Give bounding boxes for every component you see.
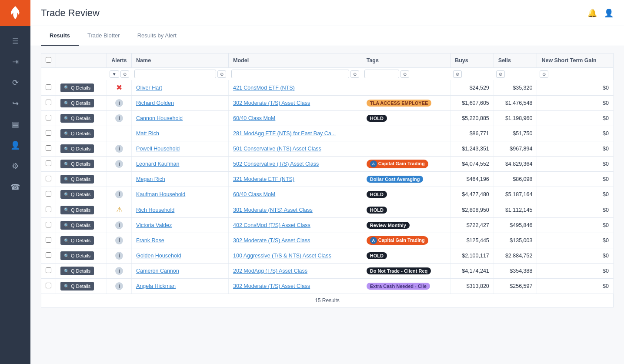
row-checkbox[interactable] bbox=[46, 176, 51, 181]
tab-results-by-alert[interactable]: Results by Alert bbox=[129, 26, 185, 46]
tags-filter-input[interactable] bbox=[364, 70, 399, 78]
tag-badge: TLA ACCESS EMPLOYEE bbox=[367, 100, 432, 107]
details-button[interactable]: 🔍 Q Details bbox=[60, 144, 94, 153]
table-row: 🔍 Q Details✖Oliver Hart421 ConsMod ETF (… bbox=[41, 80, 614, 96]
sidebar-item-settings[interactable]: ⚙ bbox=[0, 156, 30, 177]
name-link[interactable]: Cameron Cannon bbox=[136, 268, 179, 274]
tab-trade-blotter[interactable]: Trade Blotter bbox=[79, 26, 129, 46]
tags-cell: HOLD bbox=[362, 202, 450, 218]
model-link[interactable]: 60/40 Class MoM bbox=[233, 115, 275, 121]
sidebar-item-database[interactable]: ▤ bbox=[0, 114, 30, 135]
new-stg-filter-icon-btn[interactable]: ⊙ bbox=[540, 70, 548, 78]
details-button[interactable]: 🔍 Q Details bbox=[60, 206, 94, 214]
details-button[interactable]: 🔍 Q Details bbox=[60, 129, 94, 138]
new-short-term-gain-cell: $0 bbox=[537, 172, 614, 187]
model-link[interactable]: 402 ConsMod (T/S) Asset Class bbox=[233, 222, 310, 228]
name-link[interactable]: Megan Rich bbox=[136, 176, 165, 182]
model-link[interactable]: 60/40 Class MoM bbox=[233, 191, 275, 197]
row-checkbox-cell bbox=[41, 218, 56, 233]
buys-filter-icon-btn[interactable]: ⊙ bbox=[453, 70, 462, 78]
alerts-filter-button[interactable]: ▼ bbox=[110, 70, 119, 78]
name-filter-input[interactable] bbox=[134, 70, 216, 78]
details-button[interactable]: 🔍 Q Details bbox=[60, 83, 94, 92]
name-link[interactable]: Victoria Valdez bbox=[136, 222, 172, 228]
row-checkbox[interactable] bbox=[46, 100, 51, 105]
name-link[interactable]: Richard Golden bbox=[136, 100, 174, 106]
sidebar-item-support[interactable]: ☎ bbox=[0, 177, 30, 197]
sidebar-item-sync[interactable]: ⟳ bbox=[0, 72, 30, 93]
details-button[interactable]: 🔍 Q Details bbox=[60, 221, 94, 230]
details-button[interactable]: 🔍 Q Details bbox=[60, 190, 94, 199]
row-checkbox[interactable] bbox=[46, 252, 51, 258]
details-button[interactable]: 🔍 Q Details bbox=[60, 236, 94, 245]
tag-badge: Extra Cash Needed - Clie bbox=[367, 283, 430, 290]
details-button[interactable]: 🔍 Q Details bbox=[60, 282, 94, 291]
row-checkbox[interactable] bbox=[46, 267, 51, 273]
details-button[interactable]: 🔍 Q Details bbox=[60, 267, 94, 275]
name-cell: Rich Household bbox=[132, 202, 229, 218]
row-checkbox[interactable] bbox=[46, 283, 51, 288]
row-checkbox[interactable] bbox=[46, 160, 51, 166]
name-link[interactable]: Kaufman Household bbox=[136, 191, 185, 197]
name-link[interactable]: Matt Rich bbox=[136, 130, 159, 137]
name-link[interactable]: Cannon Household bbox=[136, 115, 183, 121]
sidebar-item-forward[interactable]: ↪ bbox=[0, 93, 30, 114]
row-checkbox[interactable] bbox=[46, 84, 51, 90]
info-icon: i bbox=[115, 237, 123, 244]
tab-results[interactable]: Results bbox=[41, 26, 79, 46]
table-row: 🔍 Q DetailsiCameron Cannon202 ModAgg (T/… bbox=[41, 264, 614, 279]
details-button[interactable]: 🔍 Q Details bbox=[60, 99, 94, 107]
sells-filter-icon-btn[interactable]: ⊙ bbox=[496, 70, 505, 78]
details-button[interactable]: 🔍 Q Details bbox=[60, 114, 94, 123]
select-all-checkbox[interactable] bbox=[46, 57, 51, 63]
new-short-term-gain-cell: $0 bbox=[537, 80, 614, 96]
model-link[interactable]: 321 Moderate ETF (NTS) bbox=[233, 176, 294, 182]
details-cell: 🔍 Q Details bbox=[56, 111, 107, 126]
row-checkbox[interactable] bbox=[46, 115, 51, 120]
details-button[interactable]: 🔍 Q Details bbox=[60, 175, 94, 184]
info-icon: i bbox=[115, 252, 123, 260]
tag-badge: HOLD bbox=[367, 115, 387, 122]
row-checkbox[interactable] bbox=[46, 207, 51, 212]
row-checkbox[interactable] bbox=[46, 222, 51, 227]
model-link[interactable]: 302 Moderate (T/S) Asset Class bbox=[233, 237, 310, 244]
info-icon: i bbox=[115, 190, 123, 198]
table-row: 🔍 Q DetailsiCannon Household60/40 Class … bbox=[41, 111, 614, 126]
filter-checkbox-cell bbox=[41, 68, 56, 80]
name-link[interactable]: Golden Household bbox=[136, 253, 181, 259]
model-filter-icon-btn[interactable]: ⊙ bbox=[350, 70, 359, 78]
sidebar-item-users[interactable]: 👤 bbox=[0, 135, 30, 156]
name-link[interactable]: Frank Rose bbox=[136, 237, 164, 244]
menu-toggle-icon: ☰ bbox=[12, 37, 18, 45]
details-button[interactable]: 🔍 Q Details bbox=[60, 251, 94, 260]
name-link[interactable]: Oliver Hart bbox=[136, 85, 162, 91]
model-link[interactable]: 202 ModAgg (T/S) Asset Class bbox=[233, 268, 307, 274]
row-checkbox[interactable] bbox=[46, 145, 51, 151]
notification-bell-icon[interactable]: 🔔 bbox=[587, 8, 597, 18]
name-link[interactable]: Leonard Kaufman bbox=[136, 161, 179, 167]
name-link[interactable]: Rich Household bbox=[136, 207, 174, 213]
model-link[interactable]: 502 Conservative (T/S) Asset Class bbox=[233, 161, 319, 167]
sidebar-item-menu-toggle[interactable]: ☰ bbox=[0, 30, 30, 51]
user-icon[interactable]: 👤 bbox=[604, 8, 614, 18]
model-link[interactable]: 302 Moderate (T/S) Asset Class bbox=[233, 100, 310, 106]
model-link[interactable]: 302 Moderate (T/S) Asset Class bbox=[233, 283, 310, 289]
row-checkbox[interactable] bbox=[46, 237, 51, 243]
row-checkbox[interactable] bbox=[46, 130, 51, 136]
model-link[interactable]: 281 ModAgg ETF (NTS) for East Bay Ca... bbox=[233, 130, 336, 137]
name-link[interactable]: Powell Household bbox=[136, 146, 180, 152]
name-link[interactable]: Angela Hickman bbox=[136, 283, 176, 289]
model-link[interactable]: 421 ConsMod ETF (NTS) bbox=[233, 85, 295, 91]
model-link[interactable]: 100 Aggressive (T/S & NTS) Asset Class bbox=[233, 253, 331, 259]
filter-new-stg-cell: ⊙ bbox=[537, 68, 614, 80]
sidebar-item-login[interactable]: ⇥ bbox=[0, 51, 30, 72]
row-checkbox[interactable] bbox=[46, 191, 51, 197]
name-filter-icon-btn[interactable]: ⊙ bbox=[217, 70, 226, 78]
alerts-sort-button[interactable]: ⊙ bbox=[120, 70, 129, 78]
details-button[interactable]: 🔍 Q Details bbox=[60, 160, 94, 168]
model-link[interactable]: 501 Conservative (NTS) Asset Class bbox=[233, 146, 321, 152]
details-cell: 🔍 Q Details bbox=[56, 80, 107, 96]
model-filter-input[interactable] bbox=[231, 70, 350, 78]
model-link[interactable]: 301 Moderate (NTS) Asset Class bbox=[233, 207, 313, 213]
tags-filter-icon-btn[interactable]: ⊙ bbox=[400, 70, 409, 78]
